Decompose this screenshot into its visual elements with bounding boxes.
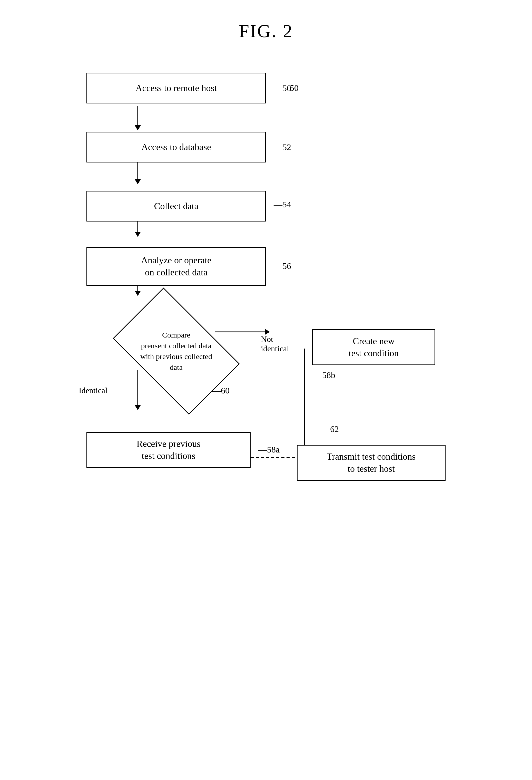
box50-row: Access to remote host 50 —50 [73,72,459,106]
ref-54: —54 [274,200,291,209]
box-access-database: Access to database [87,132,266,162]
box-access-remote-host-label: Access to remote host [136,82,217,94]
ref-62-label: 62 [330,424,339,434]
diamond-row: Compareprensent collected datawith previ… [73,311,459,391]
diamond-wrapper: Compareprensent collected datawith previ… [94,312,258,390]
box56-row: Analyze or operateon collected data —56 [73,247,459,286]
box-access-database-label: Access to database [141,141,211,153]
box-access-remote-host-ref: 50 [290,82,299,94]
box-transmit: Transmit test conditionsto tester host [297,445,445,481]
svg-marker-3 [135,179,141,184]
ref-58b: —58b [313,370,335,380]
box-collect-data: Collect data [87,191,266,222]
ref-50: —50 [274,84,291,93]
box-access-remote-host: Access to remote host 50 [87,72,266,103]
box-analyze: Analyze or operateon collected data [87,247,266,286]
ref-56: —56 [274,261,291,271]
page-title: FIG. 2 [239,20,293,42]
not-identical-label: Notidentical [261,334,289,353]
ref-58a: —58a [258,445,280,454]
identical-label: Identical [79,386,107,395]
box52-row: Access to database —52 [73,132,459,165]
box-analyze-label: Analyze or operateon collected data [141,254,211,279]
box-create-new-test-label: Create newtest condition [349,335,399,359]
ref-60: —60 [212,386,229,395]
box54-row: Collect data —54 [73,191,459,222]
bottom-row: Receive previoustest conditions —58a 62 … [73,432,459,478]
diamond-text: Compareprensent collected datawith previ… [131,330,221,373]
svg-marker-5 [135,232,141,237]
box-collect-data-label: Collect data [154,200,199,212]
svg-marker-1 [135,125,141,130]
box-receive-previous-label: Receive previoustest conditions [137,438,201,462]
box-create-new-test: Create newtest condition [312,329,435,365]
svg-marker-11 [135,405,141,410]
box-transmit-label: Transmit test conditionsto tester host [327,451,416,475]
ref-52: —52 [274,142,291,152]
diagram: Access to remote host 50 —50 Access to d… [35,72,497,530]
svg-marker-7 [135,291,141,296]
box-receive-previous: Receive previoustest conditions [87,432,251,468]
